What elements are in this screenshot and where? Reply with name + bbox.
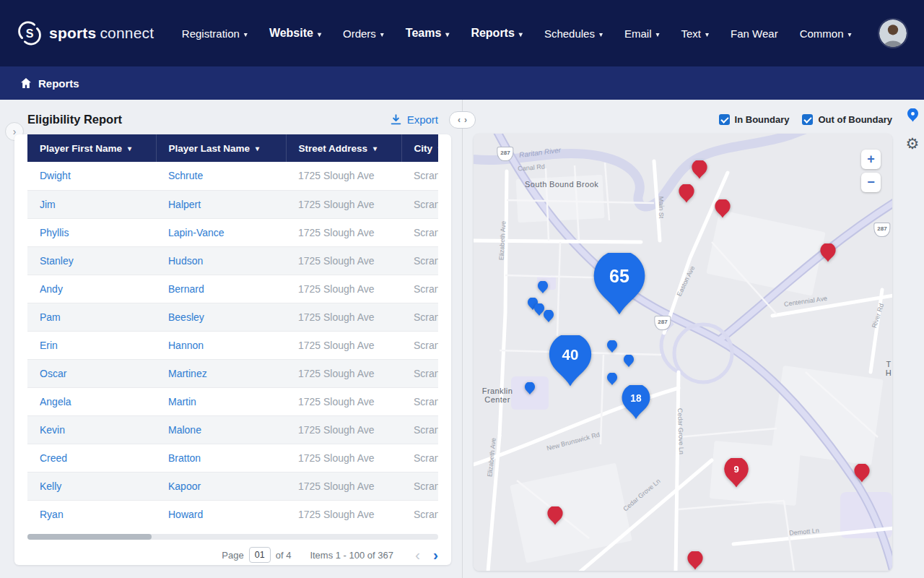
- column-header-city[interactable]: City▾: [401, 134, 438, 162]
- nav-item-fan-wear[interactable]: Fan Wear: [731, 27, 778, 40]
- caret-down-icon: ▾: [318, 30, 321, 38]
- map-pin-marker-blue[interactable]: [537, 281, 549, 293]
- sports-connect-logo-icon: S: [17, 21, 42, 46]
- nav-item-label: Orders: [343, 27, 376, 40]
- table-row: DwightSchrute1725 Slough AveScranton: [27, 162, 438, 190]
- player-last-name-link[interactable]: Bratton: [168, 452, 201, 464]
- map-pin-marker-red[interactable]: [678, 184, 695, 203]
- map-pin-marker-red[interactable]: [691, 160, 708, 179]
- nav-item-reports[interactable]: Reports▾: [471, 27, 522, 40]
- table-body: DwightSchrute1725 Slough AveScrantonJimH…: [27, 162, 438, 528]
- svg-text:65: 65: [609, 267, 629, 287]
- player-first-name-link[interactable]: Andy: [40, 283, 63, 295]
- right-rail: ⚙: [904, 108, 921, 151]
- player-last-name-link[interactable]: Hudson: [168, 255, 203, 267]
- player-last-name-link[interactable]: Martin: [168, 396, 196, 407]
- player-first-name-link[interactable]: Oscar: [40, 368, 66, 379]
- table-row: AngelaMartin1725 Slough AveScranton: [27, 387, 438, 415]
- report-header: Eligibility Report Export: [27, 110, 438, 129]
- page-label: Page: [222, 550, 243, 561]
- city-cell: Scranton: [414, 283, 438, 295]
- sort-caret-icon: ▾: [256, 144, 259, 152]
- filter-out-of-boundary[interactable]: Out of Boundary: [802, 114, 892, 125]
- table-row: ErinHannon1725 Slough AveScranton: [27, 331, 438, 359]
- nav-item-text[interactable]: Text▾: [681, 27, 710, 40]
- city-cell: Scranton: [414, 311, 438, 323]
- map-pin-marker-red[interactable]: [853, 464, 871, 483]
- zoom-in-button[interactable]: +: [861, 150, 881, 169]
- horizontal-scrollbar-track[interactable]: [27, 534, 438, 540]
- nav-item-orders[interactable]: Orders▾: [343, 27, 384, 40]
- player-last-name-link[interactable]: Lapin-Vance: [168, 227, 225, 238]
- map-pin-marker-blue[interactable]: [606, 373, 618, 385]
- nav-item-website[interactable]: Website▾: [269, 27, 321, 40]
- home-icon[interactable]: [20, 77, 32, 89]
- map-pin-marker-blue[interactable]: [543, 310, 554, 322]
- nav-item-email[interactable]: Email▾: [624, 27, 660, 40]
- map-pin-marker-red[interactable]: [546, 506, 564, 525]
- page-number-input[interactable]: [249, 547, 271, 563]
- map-cluster-marker-9[interactable]: 9: [723, 458, 750, 488]
- map-pin-marker-blue[interactable]: [606, 340, 618, 353]
- player-last-name-link[interactable]: Kapoor: [168, 480, 201, 492]
- checkbox-checked-icon: [719, 114, 730, 125]
- nav-item-schedules[interactable]: Schedules▾: [544, 27, 603, 40]
- player-first-name-link[interactable]: Jim: [40, 199, 56, 210]
- player-first-name-link[interactable]: Kelly: [40, 480, 61, 492]
- player-first-name-link[interactable]: Dwight: [40, 170, 71, 181]
- city-cell: Scranton: [414, 452, 438, 464]
- panel-resize-toggle[interactable]: ‹ ›: [449, 111, 476, 129]
- brand-logo[interactable]: S sportsconnect: [17, 21, 154, 46]
- map-pin-tool-button[interactable]: [907, 108, 919, 124]
- map-cluster-marker-65[interactable]: 65: [590, 253, 648, 316]
- player-first-name-link[interactable]: Stanley: [40, 255, 74, 267]
- player-first-name-link[interactable]: Erin: [40, 340, 58, 351]
- column-header-street-address[interactable]: Street Address▾: [286, 134, 401, 162]
- map-pin-marker-red[interactable]: [714, 199, 731, 218]
- column-label: Player First Name: [40, 143, 122, 154]
- player-last-name-link[interactable]: Bernard: [168, 283, 204, 295]
- table-row: JimHalpert1725 Slough AveScranton: [27, 190, 438, 218]
- player-last-name-link[interactable]: Halpert: [168, 199, 201, 210]
- map-cluster-marker-18[interactable]: 18: [620, 385, 652, 420]
- map-pin-marker-red[interactable]: [687, 551, 704, 570]
- map-pin-marker-red[interactable]: [819, 243, 837, 262]
- top-nav: S sportsconnect Registration▾Website▾Ord…: [0, 0, 924, 66]
- nav-item-label: Fan Wear: [731, 27, 778, 40]
- player-last-name-link[interactable]: Schrute: [168, 170, 203, 181]
- user-avatar[interactable]: [879, 20, 907, 47]
- player-first-name-link[interactable]: Ryan: [40, 509, 64, 520]
- nav-item-label: Teams: [406, 27, 442, 40]
- column-header-player-first-name[interactable]: Player First Name▾: [27, 134, 156, 162]
- player-last-name-link[interactable]: Martinez: [168, 368, 207, 379]
- caret-down-icon: ▾: [599, 30, 603, 38]
- nav-item-common[interactable]: Common▾: [800, 27, 852, 40]
- map-pin-marker-blue[interactable]: [623, 355, 635, 367]
- player-first-name-link[interactable]: Angela: [40, 396, 71, 407]
- map-cluster-marker-40[interactable]: 40: [546, 335, 594, 387]
- caret-down-icon: ▾: [848, 30, 852, 38]
- player-last-name-link[interactable]: Hannon: [168, 340, 204, 351]
- horizontal-scrollbar-thumb[interactable]: [27, 534, 152, 540]
- filter-in-boundary[interactable]: In Boundary: [719, 114, 790, 125]
- settings-button[interactable]: ⚙: [906, 136, 920, 151]
- player-last-name-link[interactable]: Malone: [168, 424, 201, 436]
- prev-page-button[interactable]: ‹: [415, 548, 420, 562]
- zoom-out-button[interactable]: −: [861, 173, 881, 192]
- player-first-name-link[interactable]: Pam: [40, 311, 61, 323]
- next-page-button[interactable]: ›: [433, 548, 438, 562]
- player-first-name-link[interactable]: Kevin: [40, 424, 65, 436]
- column-header-player-last-name[interactable]: Player Last Name▾: [156, 134, 286, 162]
- map-panel[interactable]: Raritan RiverCanal RdSouth Bound Brook28…: [474, 134, 892, 571]
- nav-item-registration[interactable]: Registration▾: [182, 27, 248, 40]
- export-button[interactable]: Export: [390, 113, 438, 126]
- player-last-name-link[interactable]: Beesley: [168, 311, 204, 323]
- caret-down-icon: ▾: [655, 30, 659, 38]
- player-first-name-link[interactable]: Phyllis: [40, 227, 69, 238]
- player-last-name-link[interactable]: Howard: [168, 509, 203, 520]
- nav-item-teams[interactable]: Teams▾: [406, 27, 450, 40]
- player-first-name-link[interactable]: Creed: [40, 452, 67, 464]
- map-pin-marker-blue[interactable]: [524, 382, 536, 394]
- gear-icon: ⚙: [906, 135, 920, 152]
- nav-item-label: Common: [800, 27, 844, 40]
